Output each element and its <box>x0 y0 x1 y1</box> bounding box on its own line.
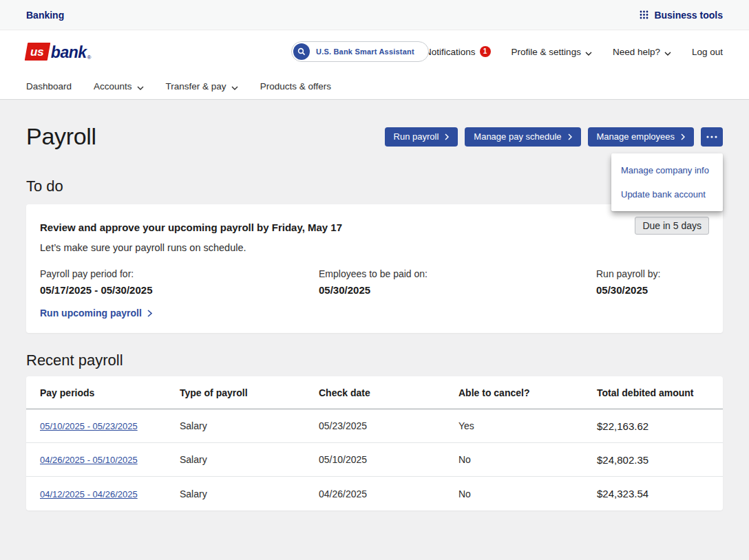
table-row: 05/10/2025 - 05/23/2025 Salary 05/23/202… <box>26 409 723 443</box>
nav-label-dashboard: Dashboard <box>26 81 72 91</box>
manage-pay-schedule-button[interactable]: Manage pay schedule <box>465 127 580 147</box>
nav-label-products-offers: Products & offers <box>260 81 331 91</box>
todo-details: Payroll pay period for: 05/17/2025 - 05/… <box>40 268 709 296</box>
ellipsis-icon <box>706 136 717 138</box>
more-actions-button[interactable] <box>701 127 723 147</box>
header: us bank ® U.S. Bank Smart Assistant Noti… <box>0 30 749 73</box>
page-header: Payroll Run payroll Manage pay schedule … <box>26 123 723 150</box>
recent-payroll-table: Pay periods Type of payroll Check date A… <box>26 376 723 510</box>
banking-link[interactable]: Banking <box>26 10 64 21</box>
notifications-label: Notifications <box>425 47 476 57</box>
registered-mark: ® <box>87 54 92 61</box>
chevron-right-icon <box>147 310 152 317</box>
run-upcoming-payroll-label: Run upcoming payroll <box>40 308 142 319</box>
nav-item-transfer-pay[interactable]: Transfer & pay <box>166 80 238 92</box>
todo-title: Review and approve your upcoming payroll… <box>40 217 342 233</box>
main-content: Payroll Run payroll Manage pay schedule … <box>0 123 749 510</box>
top-utility-bar: Banking Business tools <box>0 0 749 30</box>
header-links: Notifications 1 Profile & settings Need … <box>425 46 723 58</box>
search-icon <box>293 43 310 60</box>
usbank-wordmark: bank <box>51 45 87 61</box>
menu-item-manage-company-info[interactable]: Manage company info <box>611 158 723 182</box>
manage-employees-button[interactable]: Manage employees <box>588 127 694 147</box>
paid-on-label: Employees to be paid on: <box>319 268 596 279</box>
smart-assistant-search[interactable]: U.S. Bank Smart Assistant <box>291 41 429 62</box>
chevron-down-icon <box>137 82 144 92</box>
notifications-link[interactable]: Notifications 1 <box>425 46 491 57</box>
chevron-right-icon <box>681 133 685 140</box>
search-label: U.S. Bank Smart Assistant <box>316 47 414 56</box>
nav-label-accounts: Accounts <box>94 81 132 91</box>
chevron-down-icon <box>231 82 238 92</box>
table-row: 04/26/2025 - 05/10/2025 Salary 05/10/202… <box>26 443 723 477</box>
pay-period-link[interactable]: 04/12/2025 - 04/26/2025 <box>40 489 138 499</box>
run-upcoming-payroll-link[interactable]: Run upcoming payroll <box>40 308 152 319</box>
need-help-link[interactable]: Need help? <box>613 46 671 58</box>
check-date-cell: 05/23/2025 <box>319 420 458 431</box>
page-title: Payroll <box>26 123 96 150</box>
primary-nav: Dashboard Accounts Transfer & pay Produc… <box>0 73 749 100</box>
logout-label: Log out <box>692 47 723 57</box>
business-tools-link[interactable]: Business tools <box>640 10 723 21</box>
check-date-cell: 05/10/2025 <box>319 454 458 465</box>
nav-item-accounts[interactable]: Accounts <box>94 80 144 92</box>
type-cell: Salary <box>180 454 319 465</box>
chevron-down-icon <box>664 47 671 58</box>
nav-item-dashboard[interactable]: Dashboard <box>26 81 72 91</box>
pay-period-column: Payroll pay period for: 05/17/2025 - 05/… <box>40 268 319 296</box>
col-header-cancel: Able to cancel? <box>458 387 597 398</box>
amount-cell: $22,163.62 <box>597 420 710 432</box>
col-header-amount: Total debited amount <box>597 387 709 398</box>
table-row: 04/12/2025 - 04/26/2025 Salary 04/26/202… <box>26 477 723 510</box>
run-payroll-button[interactable]: Run payroll <box>385 127 458 147</box>
usbank-logo[interactable]: us bank ® <box>26 43 91 61</box>
manage-employees-label: Manage employees <box>597 131 675 142</box>
chevron-down-icon <box>585 47 592 58</box>
run-by-column: Run payroll by: 05/30/2025 <box>596 268 709 296</box>
type-cell: Salary <box>180 420 319 431</box>
more-actions-menu: Manage company info Update bank account <box>611 153 723 211</box>
menu-item-update-bank-account[interactable]: Update bank account <box>611 182 723 206</box>
need-help-label: Need help? <box>613 47 660 57</box>
usbank-flag-icon: us <box>25 43 50 61</box>
profile-settings-label: Profile & settings <box>511 47 581 57</box>
cancel-cell: No <box>458 488 597 499</box>
pay-period-link[interactable]: 04/26/2025 - 05/10/2025 <box>40 455 138 465</box>
page-actions: Run payroll Manage pay schedule Manage e… <box>385 127 723 147</box>
run-by-label: Run payroll by: <box>596 268 709 279</box>
table-header-row: Pay periods Type of payroll Check date A… <box>26 376 723 409</box>
check-date-cell: 04/26/2025 <box>319 488 458 499</box>
paid-on-column: Employees to be paid on: 05/30/2025 <box>319 268 596 296</box>
todo-card: Review and approve your upcoming payroll… <box>26 204 723 333</box>
due-badge: Due in 5 days <box>635 217 709 235</box>
pay-period-value: 05/17/2025 - 05/30/2025 <box>40 284 319 296</box>
chevron-right-icon <box>568 133 572 140</box>
business-tools-label: Business tools <box>654 10 723 21</box>
amount-cell: $24,323.54 <box>597 488 710 499</box>
todo-subtitle: Let’s make sure your payroll runs on sch… <box>40 242 709 253</box>
run-by-value: 05/30/2025 <box>596 284 709 296</box>
manage-pay-schedule-label: Manage pay schedule <box>474 131 561 142</box>
profile-settings-link[interactable]: Profile & settings <box>511 46 592 58</box>
col-header-pay-periods: Pay periods <box>40 387 180 398</box>
notification-count-badge: 1 <box>480 46 491 57</box>
nav-label-transfer-pay: Transfer & pay <box>166 81 226 91</box>
nav-item-products-offers[interactable]: Products & offers <box>260 81 331 91</box>
chevron-right-icon <box>445 133 449 140</box>
amount-cell: $24,802.35 <box>597 454 710 466</box>
type-cell: Salary <box>180 488 319 499</box>
cancel-cell: Yes <box>458 420 597 431</box>
grid-icon <box>640 10 648 19</box>
run-payroll-label: Run payroll <box>394 131 439 142</box>
logout-link[interactable]: Log out <box>692 47 723 57</box>
paid-on-value: 05/30/2025 <box>319 284 596 296</box>
pay-period-label: Payroll pay period for: <box>40 268 319 279</box>
col-header-type: Type of payroll <box>180 387 319 398</box>
cancel-cell: No <box>458 454 597 465</box>
col-header-check-date: Check date <box>319 387 458 398</box>
recent-payroll-heading: Recent payroll <box>26 352 723 369</box>
pay-period-link[interactable]: 05/10/2025 - 05/23/2025 <box>40 421 138 431</box>
